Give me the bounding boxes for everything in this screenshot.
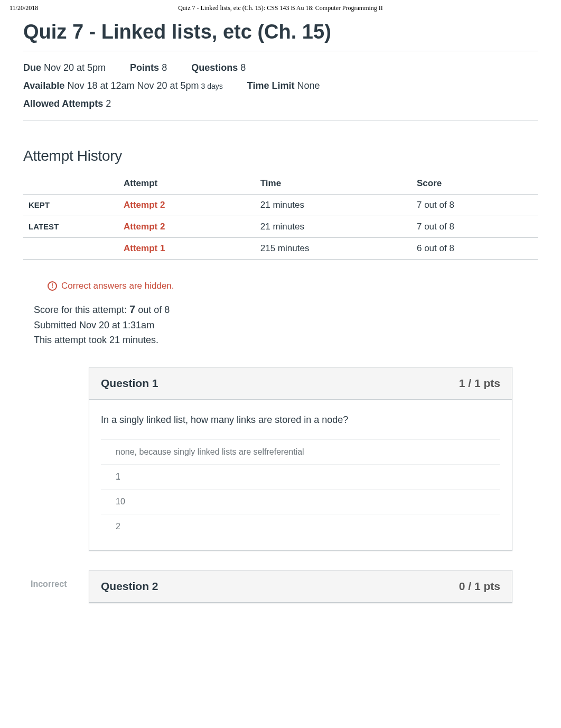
question-title: Question 2 [101, 580, 158, 593]
print-header: 11/20/2018 Quiz 7 - Linked lists, etc (C… [0, 0, 561, 15]
question-title: Question 1 [101, 377, 158, 390]
score-summary: Score for this attempt: 7 out of 8 Submi… [34, 301, 538, 348]
questions-label: Questions [191, 62, 238, 73]
questions-value: 8 [240, 62, 246, 73]
due-label: Due [23, 62, 41, 73]
attempt-tag [23, 237, 118, 259]
question-side-label: Incorrect [23, 570, 89, 603]
attempt-time: 21 minutes [255, 216, 412, 237]
attempt-link[interactable]: Attempt 2 [124, 200, 165, 210]
available-label: Available [23, 80, 64, 91]
attempt-score: 6 out of 8 [412, 237, 538, 259]
question-prompt: In a singly linked list, how many links … [101, 414, 500, 426]
attempt-time: 215 minutes [255, 237, 412, 259]
question-wrap: Question 11 / 1 ptsIn a singly linked li… [23, 367, 538, 551]
attempt-history-heading: Attempt History [23, 148, 538, 164]
correct-answers-hidden: ! Correct answers are hidden. [48, 281, 538, 291]
col-time: Time [255, 173, 412, 195]
quiz-meta: Due Nov 20 at 5pm Points 8 Questions 8 A… [23, 51, 538, 121]
answer-option: 1 [101, 464, 500, 489]
warning-icon: ! [48, 281, 57, 291]
question-box: Question 11 / 1 ptsIn a singly linked li… [89, 367, 512, 551]
question-points: 1 / 1 pts [459, 377, 500, 390]
submitted-time: Submitted Nov 20 at 1:31am [34, 318, 538, 333]
attempt-tag: KEPT [23, 194, 118, 216]
attempts-label: Allowed Attempts [23, 98, 103, 109]
attempt-link[interactable]: Attempt 1 [124, 243, 165, 253]
table-row: LATESTAttempt 221 minutes7 out of 8 [23, 216, 538, 237]
attempt-score: 7 out of 8 [412, 194, 538, 216]
page-title: Quiz 7 - Linked lists, etc (Ch. 15) [23, 21, 538, 43]
available-sub: 3 days [201, 82, 223, 90]
col-attempt: Attempt [118, 173, 255, 195]
question-points: 0 / 1 pts [459, 580, 500, 593]
points-label: Points [130, 62, 159, 73]
answer-option: none, because singly linked lists are se… [101, 439, 500, 464]
attempt-score: 7 out of 8 [412, 216, 538, 237]
score-value: 7 [129, 303, 135, 315]
question-box: Question 20 / 1 pts [89, 570, 512, 603]
timelimit-label: Time Limit [247, 80, 295, 91]
attempt-tag: LATEST [23, 216, 118, 237]
attempt-link[interactable]: Attempt 2 [124, 222, 165, 232]
points-value: 8 [162, 62, 167, 73]
due-value: Nov 20 at 5pm [44, 62, 106, 73]
attempts-value: 2 [106, 98, 111, 109]
print-title: Quiz 7 - Linked lists, etc (Ch. 15): CSS… [73, 4, 488, 12]
table-row: Attempt 1215 minutes6 out of 8 [23, 237, 538, 259]
attempt-duration: This attempt took 21 minutes. [34, 333, 538, 348]
available-value: Nov 18 at 12am Nov 20 at 5pm [67, 80, 199, 91]
col-score: Score [412, 173, 538, 195]
attempt-time: 21 minutes [255, 194, 412, 216]
timelimit-value: None [297, 80, 320, 91]
attempt-history-table: Attempt Time Score KEPTAttempt 221 minut… [23, 173, 538, 260]
question-body: In a singly linked list, how many links … [89, 400, 512, 550]
table-row: KEPTAttempt 221 minutes7 out of 8 [23, 194, 538, 216]
question-wrap: IncorrectQuestion 20 / 1 pts [23, 570, 538, 603]
answer-option: 2 [101, 514, 500, 539]
question-side-label [23, 367, 89, 551]
answer-option: 10 [101, 489, 500, 514]
print-date: 11/20/2018 [10, 4, 73, 12]
